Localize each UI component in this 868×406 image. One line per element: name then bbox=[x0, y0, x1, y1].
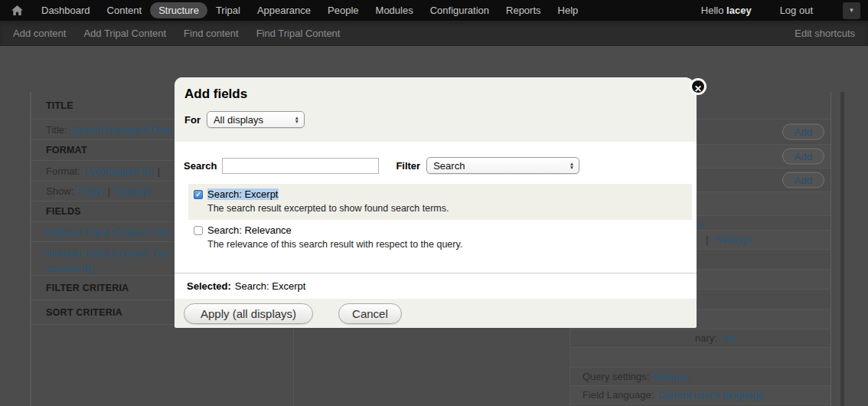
menu-item-people[interactable]: People bbox=[319, 2, 367, 18]
admin-toolbar: Dashboard Content Structure Tripal Appea… bbox=[0, 0, 868, 21]
menu-item-appearance[interactable]: Appearance bbox=[249, 2, 319, 18]
summary-value-link[interactable]: No bbox=[724, 332, 737, 344]
menu-item-reports[interactable]: Reports bbox=[498, 2, 550, 18]
checkbox-checked-icon[interactable]: ✓ bbox=[194, 190, 203, 199]
option-label: Search: Excerpt bbox=[207, 188, 279, 200]
menu-item-configuration[interactable]: Configuration bbox=[422, 2, 498, 18]
for-label: For bbox=[184, 114, 201, 126]
shortcut-find-tripal-content[interactable]: Find Tripal Content bbox=[256, 28, 341, 39]
for-select-value: All displays bbox=[214, 114, 263, 126]
menu-item-tripal[interactable]: Tripal bbox=[207, 2, 249, 18]
title-value-link[interactable]: Search Biological Data bbox=[71, 124, 172, 136]
field-option-list: ✓ Search: Excerpt The search result exce… bbox=[188, 184, 692, 256]
logout-link[interactable]: Log out bbox=[772, 2, 821, 18]
separator: | bbox=[108, 185, 110, 197]
for-select[interactable]: All displays ▲▼ bbox=[207, 111, 305, 128]
username: lacey bbox=[726, 5, 752, 16]
option-description: The search result excerpted to show foun… bbox=[207, 203, 686, 214]
title-label: Title: bbox=[46, 124, 67, 136]
section-fields-header: FIELDS bbox=[46, 206, 81, 217]
advanced-settings-rows: Query settings: Settings Field Language:… bbox=[570, 368, 830, 406]
settings-link-fragment[interactable]: Settings bbox=[715, 234, 751, 245]
screen: Dashboard Content Structure Tripal Appea… bbox=[0, 0, 868, 406]
show-fields-link[interactable]: Fields bbox=[77, 185, 104, 197]
filter-select[interactable]: Search ▲▼ bbox=[426, 157, 579, 174]
dialog-header: Add fields For All displays ▲▼ ✕ bbox=[175, 77, 697, 142]
search-input[interactable] bbox=[222, 158, 379, 174]
search-label: Search bbox=[184, 160, 217, 172]
field-language-label: Field Language: bbox=[582, 389, 654, 401]
menu-item-modules[interactable]: Modules bbox=[367, 2, 422, 18]
chevron-down-icon: ▼ bbox=[849, 7, 855, 14]
section-format-header: FORMAT bbox=[46, 145, 87, 156]
toolbar-toggle-button[interactable]: ▼ bbox=[843, 2, 860, 19]
option-description: The relevance of this search result with… bbox=[207, 239, 686, 250]
shortcut-add-tripal-content[interactable]: Add Tripal Content bbox=[83, 28, 166, 39]
filter-label: Filter bbox=[396, 160, 420, 172]
add-button[interactable]: Add bbox=[782, 124, 824, 140]
separator: | bbox=[706, 234, 708, 245]
edit-shortcuts-link[interactable]: Edit shortcuts bbox=[795, 28, 855, 39]
greeting-text: Hello lacey bbox=[701, 5, 752, 16]
section-filter-criteria-header: FILTER CRITERIA bbox=[46, 283, 129, 293]
show-settings-link[interactable]: Settings bbox=[114, 185, 150, 197]
query-settings-label: Query settings: bbox=[582, 371, 649, 382]
menu-item-help[interactable]: Help bbox=[550, 2, 587, 18]
dialog-title: Add fields bbox=[184, 87, 697, 102]
option-search-excerpt[interactable]: ✓ Search: Excerpt The search result exce… bbox=[188, 184, 692, 220]
menu-item-structure[interactable]: Structure bbox=[150, 2, 207, 18]
selected-summary: Selected: Search: Excerpt bbox=[175, 273, 697, 299]
select-arrows-icon: ▲▼ bbox=[295, 116, 299, 123]
cancel-button[interactable]: Cancel bbox=[338, 303, 402, 324]
dialog-body: Search Filter Search ▲▼ ✓ Search: Excerp… bbox=[175, 157, 697, 256]
apply-button[interactable]: Apply (all displays) bbox=[184, 303, 313, 324]
selected-value: Search: Excerpt bbox=[235, 280, 306, 292]
shortcut-find-content[interactable]: Find content bbox=[184, 28, 239, 39]
shortcut-add-content[interactable]: Add content bbox=[13, 28, 66, 39]
option-label: Search: Relevance bbox=[207, 224, 292, 236]
summary-label-fragment: nary: bbox=[695, 332, 717, 344]
query-settings-link[interactable]: Settings bbox=[653, 371, 689, 382]
add-button[interactable]: Add bbox=[782, 149, 824, 165]
field-item-title[interactable]: Indexed Tripal Content: Title bbox=[46, 226, 170, 237]
page-edge-strip bbox=[840, 92, 844, 406]
show-label: Show: bbox=[46, 185, 73, 197]
option-search-relevance[interactable]: Search: Relevance The relevance of this … bbox=[188, 220, 692, 256]
panel-right-border bbox=[830, 92, 831, 406]
selected-label: Selected: bbox=[187, 280, 231, 292]
filter-select-value: Search bbox=[433, 160, 465, 172]
section-sort-criteria-header: SORT CRITERIA bbox=[46, 307, 122, 318]
shortcuts-bar: Add content Add Tripal Content Find cont… bbox=[0, 21, 868, 46]
add-fields-dialog: Add fields For All displays ▲▼ ✕ Search … bbox=[175, 77, 697, 328]
add-button[interactable]: Add bbox=[782, 172, 824, 188]
select-arrows-icon: ▲▼ bbox=[569, 162, 574, 169]
format-label: Format: bbox=[46, 165, 80, 177]
dialog-footer: Apply (all displays) Cancel bbox=[175, 299, 697, 328]
setting-value-fragment[interactable]: o bbox=[697, 218, 703, 230]
close-icon[interactable]: ✕ bbox=[690, 78, 706, 95]
menu-item-dashboard[interactable]: Dashboard bbox=[33, 2, 99, 18]
format-value-link[interactable]: Unformatted list bbox=[84, 165, 154, 177]
menu-item-content[interactable]: Content bbox=[99, 2, 151, 18]
checkbox-unchecked-icon[interactable] bbox=[194, 226, 203, 235]
section-title-header: TITLE bbox=[46, 100, 73, 111]
field-language-link[interactable]: Current user's language bbox=[658, 389, 763, 401]
home-icon[interactable] bbox=[11, 5, 23, 15]
separator: | bbox=[158, 165, 160, 177]
